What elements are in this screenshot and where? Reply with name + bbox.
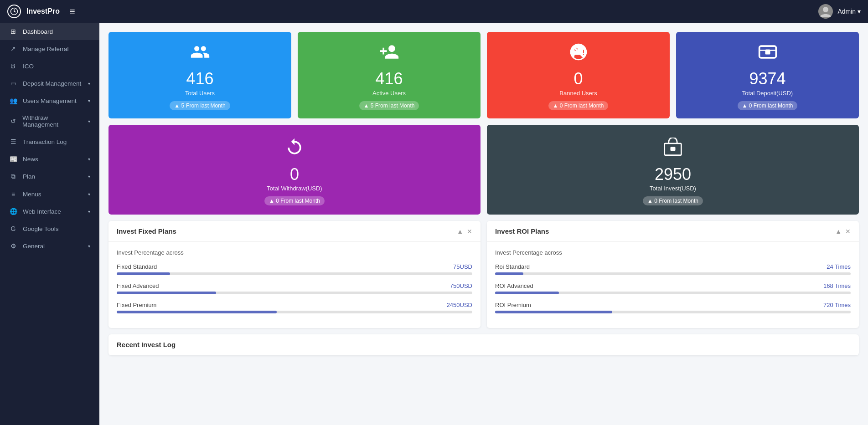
roi-plans-subtitle: Invest Percentage across <box>495 249 851 256</box>
chevron-down-icon: ▾ <box>88 192 90 197</box>
active-users-label: Active Users <box>372 90 406 97</box>
plan-row-value: 750USD <box>450 282 472 289</box>
roi-plan-row: ROI Advanced 168 Times <box>495 282 851 294</box>
recent-invest-log-section: Recent Invest Log <box>108 334 859 355</box>
card-icon: ▭ <box>9 80 17 87</box>
roi-plan-row: Roi Standard 24 Times <box>495 263 851 275</box>
sidebar-item-withdraw-management[interactable]: ↺ Withdraw Management ▾ <box>0 109 99 133</box>
invest-icon <box>663 138 683 162</box>
roi-plan-row: ROI Premium 720 Times <box>495 302 851 313</box>
total-deposit-value: 9374 <box>749 70 785 88</box>
invest-fixed-plans-panel: Invest Fixed Plans ▲ ✕ Invest Percentage… <box>108 221 480 328</box>
chevron-down-icon: ▾ <box>88 244 90 249</box>
topbar-left: InvestPro ≡ <box>7 5 75 18</box>
roi-plans-body: Invest Percentage across Roi Standard 24… <box>487 242 859 328</box>
avatar <box>818 4 833 19</box>
layers-icon: ⧉ <box>9 173 17 180</box>
globe-icon: 🌐 <box>9 208 17 215</box>
sidebar-item-label: Web Interface <box>23 208 61 215</box>
total-withdraw-value: 0 <box>290 165 299 184</box>
invest-roi-plans-panel: Invest ROI Plans ▲ ✕ Invest Percentage a… <box>487 221 859 328</box>
menu-icon: ≡ <box>9 190 17 198</box>
plan-row-label: Fixed Premium <box>117 302 156 308</box>
roi-plans-header: Invest ROI Plans ▲ ✕ <box>487 221 859 242</box>
google-icon: G <box>9 225 17 232</box>
fixed-plans-subtitle: Invest Percentage across <box>117 249 472 256</box>
sidebar-item-label: Google Tools <box>23 225 59 232</box>
total-withdraw-badge: ▲ 0 From last Month <box>264 196 325 205</box>
plan-progress-bg <box>117 292 472 294</box>
sidebar-item-label: Menus <box>23 191 41 198</box>
sidebar-item-dashboard[interactable]: ⊞ Dashboard <box>0 23 99 40</box>
stat-card-total-withdraw: 0 Total Withdraw(USD) ▲ 0 From last Mont… <box>108 125 480 215</box>
deposit-icon <box>758 42 778 66</box>
fixed-plans-title: Invest Fixed Plans <box>117 227 176 235</box>
stat-card-total-invest: 2950 Total Invest(USD) ▲ 0 From last Mon… <box>487 125 859 215</box>
stat-card-banned-users: 0 Banned Users ▲ 0 From last Month <box>487 32 670 118</box>
badge-arrow: ▲ 5 <box>174 102 184 109</box>
plan-progress-fill <box>495 272 523 275</box>
plan-row-value: 24 Times <box>827 263 851 270</box>
active-users-value: 416 <box>375 70 403 88</box>
total-invest-label: Total Invest(USD) <box>650 185 696 192</box>
layout: ⊞ Dashboard ↗ Manage Referral Ƀ ICO ▭ De… <box>0 23 868 425</box>
fixed-plans-collapse[interactable]: ▲ <box>457 228 463 235</box>
roi-plans-close[interactable]: ✕ <box>845 228 851 235</box>
plan-progress-bg <box>495 311 851 313</box>
plan-progress-bg <box>117 272 472 275</box>
roi-plans-title: Invest ROI Plans <box>495 227 549 235</box>
plan-row-value: 2450USD <box>447 302 472 308</box>
sidebar-item-manage-referral[interactable]: ↗ Manage Referral <box>0 40 99 57</box>
plan-row-label: ROI Advanced <box>495 282 533 289</box>
stat-cards-row2: 0 Total Withdraw(USD) ▲ 0 From last Mont… <box>108 125 859 215</box>
sidebar-item-label: News <box>23 156 38 163</box>
active-users-badge: ▲ 5 From last Month <box>359 101 419 110</box>
plan-row-value: 720 Times <box>823 302 851 308</box>
fixed-plans-header: Invest Fixed Plans ▲ ✕ <box>108 221 480 242</box>
total-invest-badge: ▲ 0 From last Month <box>643 196 703 205</box>
sidebar-item-google-tools[interactable]: G Google Tools <box>0 220 99 237</box>
stat-cards-row1: 416 Total Users ▲ 5 From last Month 416 … <box>108 32 859 118</box>
bitcoin-icon: Ƀ <box>9 62 17 70</box>
sidebar-item-label: Deposit Management <box>23 80 81 87</box>
withdraw-icon <box>284 138 305 162</box>
plan-progress-fill <box>117 272 170 275</box>
sidebar-item-web-interface[interactable]: 🌐 Web Interface ▾ <box>0 203 99 220</box>
total-deposit-label: Total Deposit(USD) <box>742 90 793 97</box>
plan-row-label: Roi Standard <box>495 263 530 270</box>
fixed-plans-close[interactable]: ✕ <box>467 228 472 235</box>
newspaper-icon: 📰 <box>9 155 17 163</box>
plan-row-label: ROI Premium <box>495 302 531 308</box>
app-name: InvestPro <box>26 7 60 15</box>
sidebar-item-menus[interactable]: ≡ Menus ▾ <box>0 185 99 203</box>
plan-row-value: 75USD <box>453 263 472 270</box>
sidebar-item-ico[interactable]: Ƀ ICO <box>0 57 99 75</box>
fixed-plans-body: Invest Percentage across Fixed Standard … <box>108 242 480 328</box>
users-icon: 👥 <box>9 97 17 104</box>
plan-progress-bg <box>117 311 472 313</box>
roi-plans-collapse[interactable]: ▲ <box>835 228 842 235</box>
stat-card-total-users: 416 Total Users ▲ 5 From last Month <box>108 32 291 118</box>
sidebar-item-users-management[interactable]: 👥 Users Management ▾ <box>0 92 99 109</box>
hamburger-button[interactable]: ≡ <box>70 6 75 17</box>
sidebar: ⊞ Dashboard ↗ Manage Referral Ƀ ICO ▭ De… <box>0 23 99 425</box>
settings-icon: ⚙ <box>9 242 17 250</box>
sidebar-item-general[interactable]: ⚙ General ▾ <box>0 237 99 255</box>
sidebar-item-news[interactable]: 📰 News ▾ <box>0 150 99 168</box>
admin-label[interactable]: Admin ▾ <box>837 8 861 15</box>
recent-invest-log-title: Recent Invest Log <box>108 334 859 355</box>
total-users-label: Total Users <box>185 90 215 97</box>
sidebar-item-label: Dashboard <box>23 28 53 35</box>
fixed-plan-row: Fixed Standard 75USD <box>117 263 472 275</box>
sidebar-item-deposit-management[interactable]: ▭ Deposit Management ▾ <box>0 75 99 92</box>
chevron-down-icon: ▾ <box>88 81 90 86</box>
sidebar-item-label: Withdraw Management <box>22 114 83 128</box>
sidebar-item-plan[interactable]: ⧉ Plan ▾ <box>0 168 99 185</box>
topbar-right: Admin ▾ <box>818 4 861 19</box>
logo-icon <box>7 5 21 18</box>
sidebar-item-transaction-log[interactable]: ☰ Transaction Log <box>0 133 99 150</box>
sidebar-item-label: General <box>23 243 45 250</box>
topbar: InvestPro ≡ Admin ▾ <box>0 0 868 23</box>
sidebar-item-label: ICO <box>23 63 34 70</box>
roi-plans-controls: ▲ ✕ <box>835 228 851 235</box>
